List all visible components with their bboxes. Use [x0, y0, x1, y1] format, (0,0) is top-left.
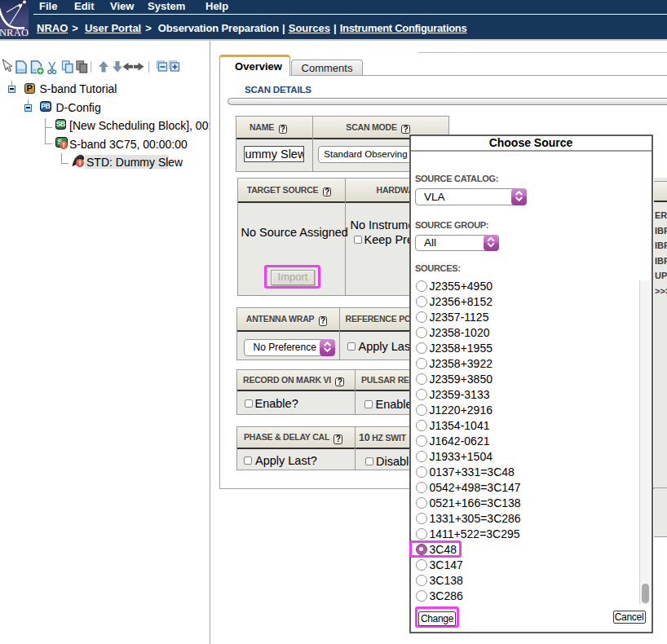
svg-text:NRAO: NRAO — [0, 27, 29, 38]
